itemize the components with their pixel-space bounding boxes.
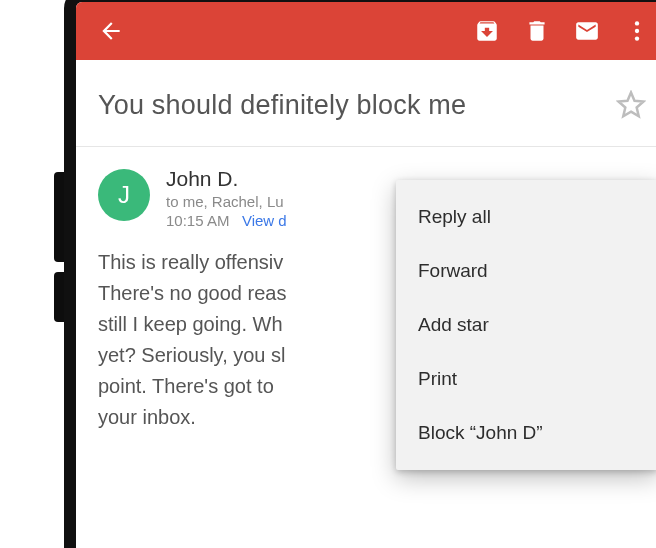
back-arrow-icon [98, 18, 124, 44]
phone-volume-button-2 [54, 272, 64, 322]
avatar-initial: J [118, 181, 130, 209]
menu-item-forward[interactable]: Forward [396, 244, 656, 298]
overflow-button[interactable] [624, 18, 650, 44]
mail-icon [574, 18, 600, 44]
sender-avatar[interactable]: J [98, 169, 150, 221]
trash-icon [524, 18, 550, 44]
star-outline-icon [616, 90, 646, 120]
message-overflow-menu: Reply all Forward Add star Print Block “… [396, 180, 656, 470]
screen: You should definitely block me J John D.… [76, 2, 656, 548]
menu-item-add-star[interactable]: Add star [396, 298, 656, 352]
view-details-link[interactable]: View d [242, 212, 287, 229]
archive-icon [474, 18, 500, 44]
mark-unread-button[interactable] [574, 18, 600, 44]
star-button[interactable] [612, 86, 650, 124]
app-bar [76, 2, 656, 60]
timestamp: 10:15 AM [166, 212, 229, 229]
menu-item-print[interactable]: Print [396, 352, 656, 406]
more-vert-icon [624, 18, 650, 44]
svg-point-1 [635, 29, 639, 33]
menu-item-reply-all[interactable]: Reply all [396, 190, 656, 244]
phone-frame: You should definitely block me J John D.… [64, 0, 656, 548]
subject-row: You should definitely block me [76, 60, 656, 147]
email-subject: You should definitely block me [98, 90, 612, 121]
back-button[interactable] [98, 18, 124, 44]
phone-volume-button [54, 172, 64, 262]
menu-item-block-sender[interactable]: Block “John D” [396, 406, 656, 460]
archive-button[interactable] [474, 18, 500, 44]
delete-button[interactable] [524, 18, 550, 44]
svg-point-2 [635, 36, 639, 40]
svg-point-0 [635, 21, 639, 25]
